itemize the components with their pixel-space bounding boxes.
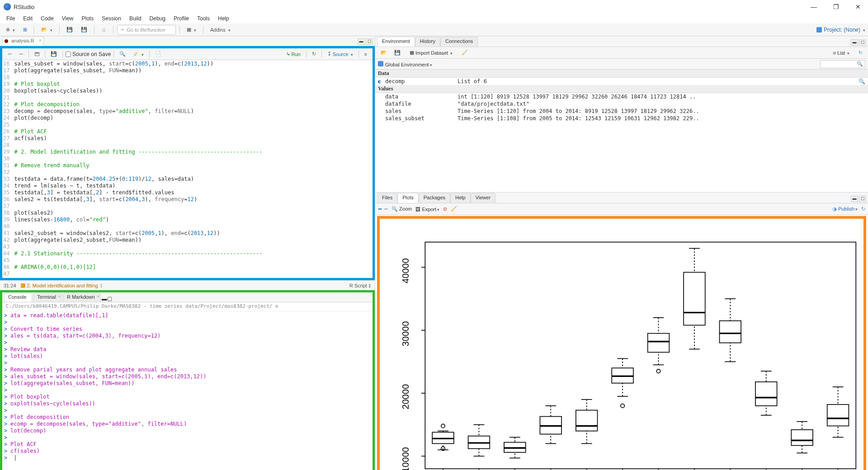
pane-maximize-icon[interactable]: ▢ [859, 196, 866, 202]
environment-pane: EnvironmentHistoryConnections▬▢ 📂 💾 ▦ Im… [375, 36, 868, 193]
tools-grid-button[interactable]: ▦ [184, 25, 199, 35]
cursor-position: 31:24 [4, 283, 16, 288]
forward-button[interactable]: ➡ [16, 50, 26, 59]
pane-minimize-icon[interactable]: ▬ [358, 38, 365, 45]
menu-code[interactable]: Code [37, 14, 57, 23]
editor-tab[interactable]: analysis.R× [2, 37, 44, 46]
svg-rect-76 [648, 334, 670, 352]
menu-file[interactable]: File [3, 14, 19, 23]
save-doc-button[interactable]: 💾 [48, 50, 60, 59]
source-pane: analysis.R× ▬▢ ⬅ ➡ 🗖 💾 Source on Save 🔍 … [0, 36, 375, 290]
plot-tab-viewer[interactable]: Viewer [471, 193, 495, 203]
save-all-button[interactable]: 💾 [78, 25, 90, 35]
export-button[interactable]: 🖼 Export [415, 207, 439, 212]
pane-minimize-icon[interactable]: ▬ [102, 296, 107, 302]
zoom-button[interactable]: 🔍 Zoom [392, 206, 412, 212]
list-view-button[interactable]: ≡ List [830, 48, 852, 57]
refresh-button[interactable]: ↻ [856, 48, 865, 57]
main-toolbar: ⊕ ⊞ 📂 💾 💾 🖨 ⇢Go to file/function ▦ Addin… [0, 24, 868, 36]
svg-rect-107 [827, 404, 849, 426]
back-button[interactable]: ⬅ [5, 50, 14, 59]
pane-minimize-icon[interactable]: ▬ [851, 196, 858, 202]
rstudio-icon [4, 3, 11, 10]
plot-tab-packages[interactable]: Packages [419, 193, 450, 203]
svg-point-71 [621, 404, 624, 408]
load-workspace-button[interactable]: 📂 [378, 48, 390, 57]
menubar: FileEditCodeViewPlotsSessionBuildDebugPr… [0, 14, 868, 24]
env-section-header: Data [375, 70, 868, 78]
window-minimize[interactable]: — [807, 3, 821, 10]
console-path: C:/Users/b8046419.CAMPUS/Philip Darke/MA… [2, 302, 373, 311]
refresh-plot-button[interactable]: ↻ [861, 206, 865, 212]
import-dataset-button[interactable]: ▦ Import Dataset [407, 48, 455, 57]
svg-text:40000: 40000 [401, 258, 410, 283]
menu-view[interactable]: View [58, 14, 77, 23]
print-button[interactable]: 🖨 [98, 25, 109, 35]
save-button[interactable]: 💾 [63, 25, 76, 35]
pane-maximize-icon[interactable]: ▢ [859, 39, 866, 46]
pane-maximize-icon[interactable]: ▢ [107, 296, 112, 302]
menu-plots[interactable]: Plots [78, 14, 98, 23]
svg-rect-95 [755, 382, 777, 406]
plot-tab-help[interactable]: Help [450, 193, 471, 203]
plot-tab-plots[interactable]: Plots [397, 193, 418, 203]
save-workspace-button[interactable]: 💾 [392, 48, 403, 57]
env-var-row[interactable]: datafile"data/projectdata.txt" [375, 100, 868, 108]
menu-edit[interactable]: Edit [19, 14, 36, 23]
show-in-new-window-button[interactable]: 🗖 [32, 50, 42, 59]
console-tab-terminal[interactable]: Terminal× [33, 293, 62, 302]
remove-plot-button[interactable]: ⊘ [443, 206, 447, 212]
console-output[interactable]: >ata = read.table(datafile)[,1]> > Conve… [2, 311, 373, 470]
project-menu[interactable]: Project: (None) [816, 27, 865, 33]
env-tab-history[interactable]: History [415, 37, 440, 47]
menu-help[interactable]: Help [214, 14, 233, 23]
publish-button[interactable]: ◑ Publish [832, 206, 858, 212]
filetype-indicator[interactable]: R Script ‡ [349, 283, 371, 288]
compile-report-button[interactable]: 📄 [152, 50, 164, 59]
env-var-row[interactable]: dataint [1:120] 8919 12528 13997 18129 2… [375, 93, 868, 100]
env-var-row[interactable]: sales_subsetTime-Series [1:108] from 200… [375, 115, 868, 122]
outline-button[interactable]: ≡ [362, 50, 370, 59]
section-crumb[interactable]: 2. Model identification and fitting ‡ [21, 283, 103, 288]
env-tab-environment[interactable]: Environment [377, 37, 415, 47]
menu-build[interactable]: Build [126, 14, 145, 23]
env-var-row[interactable]: ◐decompList of 6🔍 [375, 78, 868, 85]
rerun-button[interactable]: ↻ [309, 50, 319, 59]
close-tab-icon[interactable]: × [39, 38, 42, 43]
menu-tools[interactable]: Tools [193, 14, 213, 23]
prev-plot-button[interactable]: ⬅ [378, 206, 382, 212]
window-close[interactable]: ✕ [852, 3, 864, 10]
pane-maximize-icon[interactable]: ▢ [366, 38, 373, 45]
find-button[interactable]: 🔍 [117, 50, 128, 59]
env-scope-dropdown[interactable]: Global Environment [378, 61, 432, 67]
source-button[interactable]: ↧ Source [325, 50, 356, 59]
svg-rect-83 [684, 273, 705, 325]
menu-session[interactable]: Session [98, 14, 125, 23]
env-search-input[interactable]: 🔍 [820, 60, 865, 68]
goto-file-input[interactable]: ⇢Go to file/function [117, 25, 176, 35]
menu-debug[interactable]: Debug [146, 14, 169, 23]
env-tab-connections[interactable]: Connections [440, 37, 478, 47]
editor-statusbar: 31:24 2. Model identification and fittin… [0, 280, 375, 290]
open-file-button[interactable]: 📂 [38, 25, 56, 35]
new-project-button[interactable]: ⊞ [20, 25, 30, 35]
addins-button[interactable]: Addins [207, 25, 234, 35]
console-tab-console[interactable]: Console [4, 293, 32, 302]
wand-button[interactable]: 🪄 [130, 50, 146, 59]
env-var-row[interactable]: salesTime-Series [1:120] from 2004 to 20… [375, 108, 868, 115]
svg-rect-63 [576, 410, 598, 431]
code-editor[interactable]: 1617181920212223242526272829303132333435… [2, 60, 373, 278]
window-maximize[interactable]: ❐ [830, 3, 843, 10]
source-on-save-checkbox[interactable]: Source on Save [66, 51, 111, 57]
run-button[interactable]: ↳ Run [283, 50, 303, 59]
new-file-button[interactable]: ⊕ [3, 25, 18, 35]
clear-workspace-button[interactable]: 🧹 [459, 48, 471, 57]
console-tab-r-markdown[interactable]: R Markdown× [63, 293, 101, 302]
next-plot-button[interactable]: ➡ [384, 206, 388, 212]
pane-minimize-icon[interactable]: ▬ [851, 39, 858, 46]
plot-tab-files[interactable]: Files [377, 193, 397, 203]
menu-profile[interactable]: Profile [170, 14, 193, 23]
svg-point-78 [656, 369, 660, 373]
window-titlebar: RStudio — ❐ ✕ [0, 0, 868, 14]
clear-plots-button[interactable]: 🧹 [451, 206, 457, 212]
